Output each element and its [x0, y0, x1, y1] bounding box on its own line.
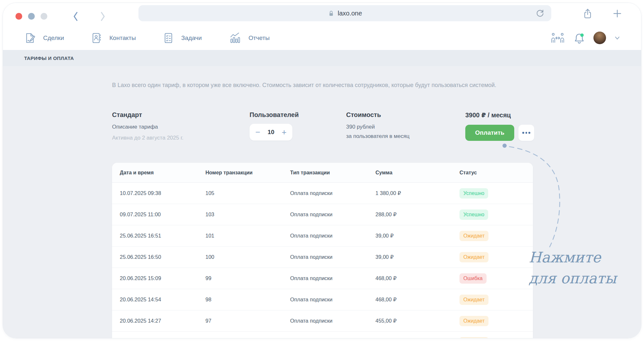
cell-transaction-number: 97 — [205, 318, 290, 324]
tasks-icon — [162, 32, 175, 44]
col-header-amount: Сумма — [375, 170, 459, 176]
pay-button[interactable]: Оплатить — [465, 125, 514, 141]
annotation-line2: для оплаты — [529, 268, 616, 289]
cell-transaction-type: Оплата подписки — [290, 211, 375, 218]
status-badge: Ошибка — [459, 273, 487, 284]
cell-datetime: 25.06.2025 16:51 — [120, 233, 205, 239]
notification-dot — [580, 33, 584, 37]
share-icon[interactable] — [582, 8, 593, 19]
table-row: 25.06.2025 16:50 100 Оплата подписки 39,… — [112, 247, 533, 268]
tariff-info-column: Стандарт Описание тарифа Активна до 2 ав… — [112, 111, 184, 141]
chevron-down-icon[interactable] — [614, 35, 620, 41]
col-header-type: Тип транзакции — [290, 170, 375, 176]
more-options-button[interactable] — [518, 125, 534, 141]
close-window-button[interactable] — [15, 13, 22, 20]
cell-amount: 468,00 ₽ — [375, 297, 459, 303]
ellipsis-icon — [522, 132, 524, 134]
table-row: 25.06.2025 16:51 101 Оплата подписки 39,… — [112, 225, 533, 247]
cell-datetime: 10.07.2025 09:38 — [120, 190, 205, 196]
tariff-name: Стандарт — [112, 111, 184, 119]
table-row: 20.06.2025 15:09 99 Оплата подписки 468,… — [112, 268, 533, 289]
table-row: Ожидает — [112, 332, 533, 338]
new-tab-icon[interactable] — [612, 8, 623, 19]
user-avatar[interactable] — [593, 32, 606, 44]
cell-transaction-type: Оплата подписки — [290, 233, 375, 239]
status-badge: Ожидает — [459, 337, 488, 339]
cell-transaction-number: 105 — [205, 190, 290, 196]
back-icon[interactable] — [71, 11, 80, 22]
cost-line1: 390 рублей — [346, 124, 410, 130]
total-column: 3900 ₽ / месяц Оплатить — [465, 111, 534, 141]
cell-amount: 455,00 ₽ — [375, 318, 459, 324]
nav-item-reports[interactable]: Отчеты — [228, 32, 270, 44]
annotation-text: Нажмите для оплаты — [529, 247, 616, 289]
cell-transaction-number: 103 — [205, 211, 290, 218]
stepper-value: 10 — [268, 129, 274, 136]
reload-icon[interactable] — [535, 8, 545, 18]
cell-datetime: 25.06.2025 16:50 — [120, 254, 205, 260]
cell-amount: 39,00 ₽ — [375, 254, 459, 260]
cell-datetime: 20.06.2025 15:09 — [120, 275, 205, 281]
notifications-bell-icon[interactable] — [573, 32, 585, 44]
stepper-plus-button[interactable]: + — [282, 128, 287, 136]
col-header-status: Статус — [459, 170, 525, 176]
nav-label-tasks: Задачи — [181, 34, 202, 42]
total-price: 3900 ₽ / месяц — [465, 111, 534, 119]
reports-icon — [228, 32, 242, 44]
table-row: 09.07.2025 11:00 103 Оплата подписки 288… — [112, 204, 533, 225]
traffic-lights — [15, 13, 47, 20]
tariff-description-text: В Laxo всего один тариф, в котором уже в… — [112, 82, 496, 89]
transactions-table: Дата и время Номер транзакции Тип транза… — [112, 163, 533, 338]
address-bar[interactable]: laxo.one — [138, 5, 551, 21]
contacts-icon — [90, 32, 103, 44]
status-badge: Успешно — [459, 209, 488, 220]
users-label: Пользователей — [250, 111, 299, 119]
tariff-subtitle: Описание тарифа — [112, 124, 184, 130]
cell-datetime: 20.06.2025 14:54 — [120, 297, 205, 303]
users-column: Пользователей − 10 + — [250, 111, 299, 141]
ellipsis-icon — [528, 132, 530, 134]
deals-icon — [24, 32, 36, 44]
status-badge: Ожидает — [459, 231, 488, 241]
cell-transaction-type: Оплата подписки — [290, 318, 375, 324]
browser-chrome: laxo.one — [3, 3, 641, 26]
cell-datetime: 09.07.2025 11:00 — [120, 211, 205, 218]
cell-transaction-number: 98 — [205, 297, 290, 303]
cell-amount: 1 380,00 ₽ — [375, 190, 459, 196]
url-text: laxo.one — [338, 10, 362, 17]
forward-icon[interactable] — [99, 11, 107, 22]
nav-label-reports: Отчеты — [249, 34, 270, 42]
cell-transaction-type: Оплата подписки — [290, 275, 375, 281]
tariff-active-until: Активна до 2 августа 2025 г. — [112, 135, 184, 141]
minimize-window-button[interactable] — [28, 13, 35, 20]
stepper-minus-button[interactable]: − — [255, 128, 260, 136]
status-badge: Ожидает — [459, 316, 488, 326]
cell-amount: 468,00 ₽ — [375, 275, 459, 281]
nav-label-deals: Сделки — [43, 34, 64, 42]
table-row: 20.06.2025 14:54 98 Оплата подписки 468,… — [112, 289, 533, 310]
cost-label: Стоимость — [346, 111, 410, 119]
cell-datetime: 20.06.2025 14:27 — [120, 318, 205, 324]
nav-item-contacts[interactable]: Контакты — [90, 32, 136, 44]
cost-line2: за пользователя в месяц — [346, 133, 410, 140]
ellipsis-icon — [526, 132, 527, 134]
cell-amount: 39,00 ₽ — [375, 233, 459, 239]
nav-item-deals[interactable]: Сделки — [24, 32, 64, 44]
table-row: 20.06.2025 14:27 97 Оплата подписки 455,… — [112, 310, 533, 332]
cell-transaction-number: 101 — [205, 233, 290, 239]
col-header-number: Номер транзакции — [205, 170, 290, 176]
cell-transaction-type: Оплата подписки — [290, 190, 375, 196]
cost-column: Стоимость 390 рублей за пользователя в м… — [346, 111, 410, 140]
status-badge: Ожидает — [459, 295, 488, 305]
cell-transaction-type: Оплата подписки — [290, 297, 375, 303]
referral-people-icon[interactable] — [550, 32, 565, 44]
annotation-line1: Нажмите — [529, 247, 616, 268]
nav-item-tasks[interactable]: Задачи — [162, 32, 202, 44]
cell-transaction-type: Оплата подписки — [290, 254, 375, 260]
zoom-window-button[interactable] — [41, 13, 47, 20]
cell-transaction-number: 99 — [205, 275, 290, 281]
status-badge: Успешно — [459, 188, 488, 199]
cell-transaction-number: 100 — [205, 254, 290, 260]
status-badge: Ожидает — [459, 252, 488, 262]
col-header-datetime: Дата и время — [120, 170, 205, 176]
